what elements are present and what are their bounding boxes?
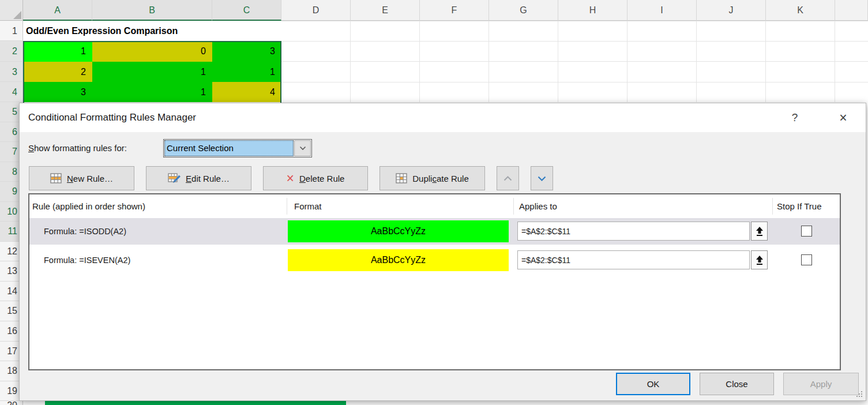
new-rule-label: New Rule… — [67, 174, 113, 183]
delete-x-icon: × — [287, 172, 294, 184]
chevron-up-icon — [503, 176, 512, 181]
dropdown-button[interactable] — [294, 140, 311, 156]
row-header-1[interactable]: 1 — [0, 21, 23, 41]
resize-grip[interactable] — [861, 396, 862, 397]
sheet-row-4: 3 1 4 — [23, 82, 281, 102]
collapse-dialog-arrow-icon — [755, 226, 764, 237]
new-rule-button[interactable]: New Rule… — [29, 166, 134, 190]
close-icon[interactable]: × — [833, 103, 854, 132]
row-header-20[interactable]: 20 — [0, 401, 23, 405]
edit-rule-button[interactable]: Edit Rule… — [146, 166, 251, 190]
column-header-b[interactable]: B — [92, 0, 212, 21]
apply-button[interactable]: Apply — [783, 373, 859, 395]
collapse-dialog-arrow-icon — [755, 255, 764, 265]
ok-button[interactable]: OK — [616, 373, 690, 395]
applies-to-input[interactable] — [517, 222, 750, 241]
stop-if-true-checkbox[interactable] — [801, 254, 812, 265]
excel-window: A B C D E F G H I J K 1 Odd/Even Express… — [0, 0, 868, 405]
row-header-2[interactable]: 2 — [0, 41, 23, 62]
range-picker-button[interactable] — [751, 222, 768, 241]
cell-c2[interactable]: 3 — [212, 41, 281, 62]
stop-if-true-checkbox[interactable] — [801, 226, 812, 237]
cell-c4[interactable]: 4 — [212, 82, 281, 102]
column-header-f[interactable]: F — [420, 0, 489, 21]
rule-row-isodd[interactable]: Formula: =ISODD(A2) AaBbCcYyZz — [29, 218, 840, 245]
col-header-applies-to: Applies to — [519, 194, 557, 218]
format-preview-swatch: AaBbCcYyZz — [288, 220, 509, 242]
cell-a2[interactable]: 1 — [23, 41, 92, 62]
column-header-d[interactable]: D — [281, 0, 351, 21]
chevron-down-icon — [538, 176, 546, 181]
rules-toolbar: New Rule… Edit Rule… × Delete Rule — [29, 166, 553, 190]
rules-list-header: Rule (applied in order shown) Format App… — [29, 194, 840, 218]
cell-b3[interactable]: 1 — [92, 62, 212, 82]
column-divider — [287, 198, 287, 215]
duplicate-rule-button[interactable]: Duplicate Rule — [379, 166, 485, 190]
column-header-a[interactable]: A — [23, 0, 92, 21]
format-preview-swatch: AaBbCcYyZz — [288, 249, 509, 271]
row-20-formatted-cells[interactable] — [45, 401, 346, 405]
edit-rule-label: Edit Rule… — [186, 174, 230, 183]
col-header-stop-if-true: Stop If True — [777, 194, 822, 218]
range-picker-button[interactable] — [751, 250, 768, 269]
col-header-rule: Rule (applied in order shown) — [32, 194, 145, 218]
column-header-g[interactable]: G — [489, 0, 558, 21]
column-divider — [513, 198, 514, 215]
rule-formula-text: Formula: =ISODD(A2) — [44, 218, 126, 245]
rule-row-iseven[interactable]: Formula: =ISEVEN(A2) AaBbCcYyZz — [29, 247, 840, 273]
show-rules-for-dropdown[interactable]: Current Selection — [163, 139, 312, 158]
close-button[interactable]: Close — [700, 373, 774, 395]
cell-c3[interactable]: 1 — [212, 62, 281, 82]
delete-rule-label: Delete Rule — [299, 174, 344, 183]
delete-rule-button[interactable]: × Delete Rule — [263, 166, 368, 190]
column-header-j[interactable]: J — [697, 0, 766, 21]
new-rule-table-icon — [50, 173, 62, 183]
help-button[interactable]: ? — [787, 103, 803, 132]
show-rules-for-label: Show formatting rules for: — [28, 139, 127, 158]
cell-b4[interactable]: 1 — [92, 82, 212, 102]
cell-a4[interactable]: 3 — [23, 82, 92, 102]
col-header-format: Format — [294, 194, 322, 218]
move-rule-up-button[interactable] — [497, 166, 519, 190]
applies-to-input[interactable] — [517, 250, 750, 269]
column-header-c[interactable]: C — [212, 0, 281, 21]
sheet-title-cell[interactable]: Odd/Even Expression Comparison — [23, 21, 281, 41]
column-header-i[interactable]: I — [627, 0, 697, 21]
column-header-partial[interactable] — [835, 0, 868, 21]
duplicate-rule-label: Duplicate Rule — [412, 174, 469, 183]
dialog-titlebar[interactable]: Conditional Formatting Rules Manager ? × — [20, 103, 866, 132]
select-all-corner[interactable] — [0, 0, 23, 21]
dropdown-selected-value[interactable]: Current Selection — [164, 140, 294, 156]
select-all-triangle-icon — [13, 11, 21, 19]
move-rule-down-button[interactable] — [531, 166, 553, 190]
sheet-row-3: 2 1 1 — [23, 62, 281, 82]
rule-formula-text: Formula: =ISEVEN(A2) — [44, 247, 130, 273]
show-label-rest: how formatting rules for: — [34, 143, 127, 153]
conditional-formatting-rules-manager-dialog: Conditional Formatting Rules Manager ? ×… — [19, 103, 866, 401]
show-label-accel: S — [28, 143, 34, 153]
sheet-row-2: 1 0 3 — [23, 41, 281, 62]
column-header-h[interactable]: H — [558, 0, 627, 21]
cell-b2[interactable]: 0 — [92, 41, 212, 62]
column-header-k[interactable]: K — [766, 0, 835, 21]
row-header-3[interactable]: 3 — [0, 62, 23, 82]
rules-list: Rule (applied in order shown) Format App… — [28, 193, 841, 370]
chevron-down-icon — [299, 146, 306, 151]
row-header-4[interactable]: 4 — [0, 82, 23, 102]
column-header-e[interactable]: E — [351, 0, 420, 21]
edit-rule-pencil-icon — [168, 173, 181, 184]
duplicate-rule-table-icon — [396, 173, 407, 183]
dialog-title: Conditional Formatting Rules Manager — [28, 103, 196, 132]
grid-lines — [281, 21, 868, 102]
cell-a3[interactable]: 2 — [23, 62, 92, 82]
column-divider — [772, 198, 773, 215]
